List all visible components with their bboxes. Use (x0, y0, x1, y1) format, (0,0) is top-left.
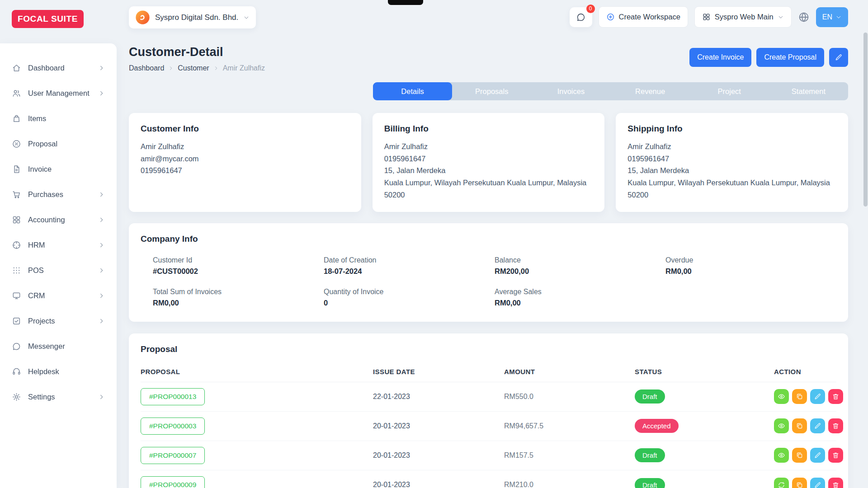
amount-cell: RM550.0 (504, 393, 635, 401)
sidebar-item[interactable]: Items (0, 106, 117, 131)
edit-button[interactable] (810, 389, 825, 404)
tab[interactable]: Invoices (531, 82, 610, 100)
table-header-row: PROPOSALISSUE DATEAMOUNTSTATUSACTION (141, 364, 836, 382)
column-header: ACTION (774, 368, 836, 375)
checkbox-icon (12, 316, 21, 326)
view-button[interactable] (774, 389, 789, 404)
page-header: Customer-Detail Dashboard Customer Amir … (129, 45, 848, 72)
shipping-info-card: Shipping Info Amir Zulhafiz019596164715,… (616, 113, 848, 212)
sidebar-item[interactable]: Settings (0, 384, 117, 409)
info-line: 15, Jalan Merdeka (384, 164, 593, 177)
duplicate-button[interactable] (792, 418, 807, 433)
language-selector[interactable]: EN (816, 7, 848, 27)
breadcrumb-customer[interactable]: Customer (178, 64, 209, 72)
tab[interactable]: Project (690, 82, 769, 100)
status-badge: Draft (635, 389, 665, 404)
edit-button[interactable] (810, 418, 825, 433)
breadcrumb-dashboard[interactable]: Dashboard (129, 64, 164, 72)
edit-button[interactable] (810, 448, 825, 463)
column-header: ISSUE DATE (373, 368, 504, 375)
field-value: 18-07-2024 (324, 267, 495, 276)
discount-icon (12, 139, 21, 149)
edit-button[interactable] (810, 478, 825, 488)
table-row: #PROP000009 20-01-2023 RM210.0 Draft (141, 470, 836, 488)
scrollbar[interactable] (863, 0, 868, 488)
tab[interactable]: Details (373, 82, 452, 100)
view-button[interactable] (774, 418, 789, 433)
duplicate-button[interactable] (792, 478, 807, 488)
company-info-field: Balance RM200,00 (495, 256, 665, 276)
field-value: RM0,00 (153, 299, 324, 307)
sidebar-item[interactable]: Proposal (0, 131, 117, 156)
company-info-field: Overdue RM0,00 (665, 256, 836, 276)
info-line: amir@mycar.com (141, 153, 349, 165)
chevron-right-icon (98, 292, 105, 299)
page-title: Customer-Detail (129, 45, 265, 59)
sidebar-nav: Dashboard User Management Items Proposal… (0, 43, 117, 488)
amount-cell: RM157.5 (504, 451, 635, 460)
pencil-icon (814, 393, 821, 400)
chevron-down-icon (778, 14, 784, 20)
sidebar-item[interactable]: Accounting (0, 207, 117, 232)
status-badge: Draft (635, 448, 665, 462)
bag-icon (12, 114, 21, 123)
sidebar-item[interactable]: POS (0, 258, 117, 283)
sidebar-item[interactable]: Projects (0, 308, 117, 333)
tab[interactable]: Statement (769, 82, 848, 100)
globe-icon[interactable] (798, 11, 810, 23)
duplicate-button[interactable] (792, 389, 807, 404)
create-workspace-button[interactable]: Create Workspace (599, 6, 688, 28)
field-label: Total Sum of Invoices (153, 288, 324, 296)
sidebar-item[interactable]: HRM (0, 232, 117, 258)
sidebar-item[interactable]: Dashboard (0, 55, 117, 80)
workspace-selector[interactable]: Syspro Web Main (694, 6, 792, 28)
info-line: 15, Jalan Merdeka (627, 164, 836, 177)
detail-tabs: DetailsProposalsInvoicesRevenueProjectSt… (373, 82, 848, 100)
field-label: Quantity of Invoice (324, 288, 495, 296)
sidebar-item-label: Projects (28, 317, 91, 325)
app-logo[interactable]: FOCAL SUITE (12, 10, 84, 28)
chevron-right-icon (98, 90, 105, 97)
amount-cell: RM210.0 (504, 481, 635, 488)
messages-button[interactable]: 0 (570, 7, 592, 27)
cart-icon (12, 190, 21, 199)
delete-button[interactable] (828, 389, 843, 404)
customer-info-card: Customer Info Amir Zulhafizamir@mycar.co… (129, 113, 361, 212)
sidebar-item[interactable]: User Management (0, 80, 117, 106)
sidebar-item[interactable]: Helpdesk (0, 359, 117, 384)
plus-circle-icon (606, 13, 615, 21)
edit-customer-button[interactable] (829, 48, 848, 67)
view-button[interactable] (774, 448, 789, 463)
chat-icon (12, 342, 21, 351)
company-selector[interactable]: Syspro Digital Sdn. Bhd. (129, 6, 256, 28)
delete-button[interactable] (828, 478, 843, 488)
eye-icon (778, 393, 785, 400)
delete-button[interactable] (828, 448, 843, 463)
duplicate-button[interactable] (792, 448, 807, 463)
field-label: Customer Id (153, 256, 324, 264)
table-row: #PROP000013 22-01-2023 RM550.0 Draft (141, 382, 836, 412)
info-line: Kuala Lumpur, Wilayah Persekutuan Kuala … (384, 177, 593, 189)
create-proposal-button[interactable]: Create Proposal (756, 48, 824, 67)
sidebar-item-label: Invoice (28, 165, 91, 174)
tab[interactable]: Revenue (611, 82, 690, 100)
gear-icon (12, 392, 21, 402)
delete-button[interactable] (828, 418, 843, 433)
sidebar-item-label: Proposal (28, 140, 91, 148)
scrollbar-thumb[interactable] (863, 33, 868, 206)
create-invoice-button[interactable]: Create Invoice (689, 48, 751, 67)
sidebar-item[interactable]: Invoice (0, 156, 117, 182)
sidebar-item[interactable]: Purchases (0, 182, 117, 207)
row-actions (774, 418, 843, 433)
sidebar-item[interactable]: Messenger (0, 333, 117, 359)
tab[interactable]: Proposals (452, 82, 531, 100)
billing-info-card: Billing Info Amir Zulhafiz019596164715, … (373, 113, 605, 212)
copy-icon (796, 481, 803, 488)
repeat-icon (778, 481, 785, 488)
view-button[interactable] (774, 478, 789, 488)
proposal-link[interactable]: #PROP000009 (141, 476, 205, 488)
proposal-link[interactable]: #PROP000007 (141, 447, 205, 464)
proposal-link[interactable]: #PROP000013 (141, 388, 205, 405)
sidebar-item[interactable]: CRM (0, 283, 117, 308)
proposal-link[interactable]: #PROP000003 (141, 418, 205, 435)
